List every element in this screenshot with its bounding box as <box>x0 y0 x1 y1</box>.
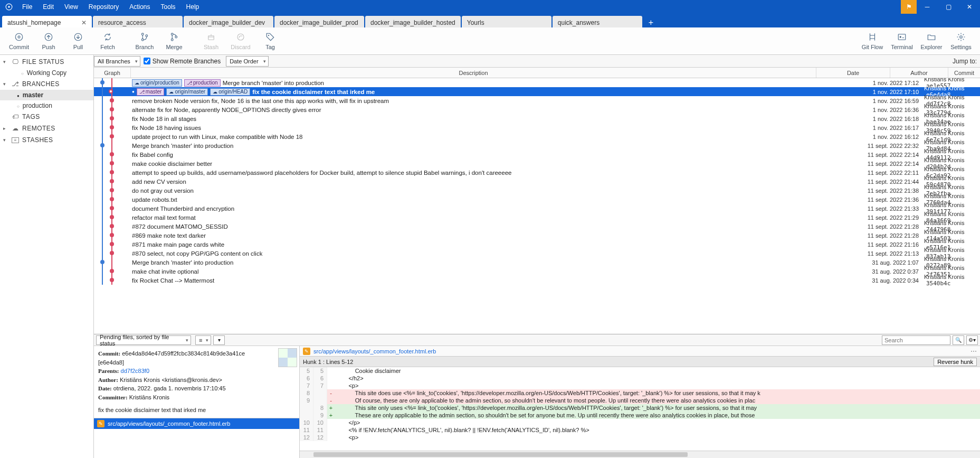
section-remotes[interactable]: ▸☁ REMOTES <box>0 123 93 134</box>
search-button[interactable]: 🔍 <box>953 335 964 345</box>
sidebar-branch-item[interactable]: master <box>0 90 93 100</box>
ref-badge[interactable]: ⎇master <box>137 88 165 96</box>
show-remote-checkbox[interactable]: Show Remote Branches <box>144 58 221 65</box>
diff-line[interactable]: 1010 </p> <box>300 419 980 426</box>
commit-row[interactable]: attempt to speed up builds, add username… <box>94 168 980 177</box>
commit-row[interactable]: #871 make main page cards white11 sept. … <box>94 240 980 249</box>
horizontal-scrollbar[interactable] <box>300 451 980 458</box>
file-view-dropdown[interactable]: ≡ <box>195 335 211 345</box>
commit-row[interactable]: fix Node 18 in all stages1 nov. 2022 16:… <box>94 114 980 123</box>
commit-row[interactable]: update project to run with Linux, make c… <box>94 132 980 141</box>
col-graph[interactable]: Graph <box>94 68 131 78</box>
commit-row[interactable]: alternate fix for Node, apparently NODE_… <box>94 105 980 114</box>
ref-badge[interactable]: ☁origin/HEAD <box>210 88 250 96</box>
sidebar-item-working-copy[interactable]: Working Copy <box>0 68 93 78</box>
parent-commit-link[interactable]: dd7f2c83f0 <box>121 368 149 374</box>
diff-line[interactable]: 1111 <% if !ENV.fetch('ANALYTICS_URL', n… <box>300 426 980 434</box>
commit-row[interactable]: make chat invite optional31 aug. 2022 0:… <box>94 267 980 276</box>
maximize-button[interactable]: ▢ <box>938 0 959 14</box>
repo-tab[interactable]: atsushi_homepage✕ <box>2 16 92 27</box>
commit-row[interactable]: remove broken Node version fix, Node 16 … <box>94 96 980 105</box>
commit-row[interactable]: refactor mail text format11 sept. 2022 2… <box>94 213 980 222</box>
col-date[interactable]: Date <box>816 68 890 78</box>
changed-file-row[interactable]: ✎ src/app/views/layouts/_common_footer.h… <box>94 418 299 429</box>
tag-button[interactable]: Tag <box>255 29 285 54</box>
fetch-button[interactable]: Fetch <box>93 29 122 54</box>
repo-tab[interactable]: docker_image_builder_hosted <box>365 16 461 27</box>
settings-button[interactable]: Settings <box>946 29 976 54</box>
menu-repository[interactable]: Repository <box>84 1 123 13</box>
stash-button: Stash <box>196 29 226 54</box>
ref-badge[interactable]: ⎇production <box>184 79 221 87</box>
repo-tab[interactable]: resource_access <box>93 16 183 27</box>
commit-row[interactable]: fix Rocket Chat --> Mattermost31 aug. 20… <box>94 276 980 285</box>
diff-line[interactable]: 55 Cookie disclaimer <box>300 367 980 375</box>
col-commit[interactable]: Commit <box>948 68 980 78</box>
commit-button[interactable]: Commit <box>4 29 34 54</box>
commit-row[interactable]: add new CV version11 sept. 2022 21:44Kri… <box>94 177 980 186</box>
diff-line[interactable]: 8+ This site only uses <%= link_to('cook… <box>300 404 980 412</box>
diff-line[interactable]: 1212 <p> <box>300 434 980 441</box>
close-tab-icon[interactable]: ✕ <box>81 19 87 26</box>
diff-line[interactable]: 8- This site does use <%= link_to('cooki… <box>300 389 980 397</box>
col-description[interactable]: Description <box>131 68 816 78</box>
close-button[interactable]: ✕ <box>959 0 980 14</box>
diff-line[interactable]: 77 <p> <box>300 382 980 389</box>
repo-tab[interactable]: Yourls <box>462 16 551 27</box>
sidebar-branch-item[interactable]: production <box>0 100 93 111</box>
commit-row[interactable]: fix Node 18 having issues1 nov. 2022 16:… <box>94 123 980 132</box>
diff-line[interactable]: 66 </h2> <box>300 375 980 382</box>
file-sort-dropdown[interactable]: Pending files, sorted by file status <box>96 335 191 345</box>
ref-badge[interactable]: ☁origin/master <box>166 88 208 96</box>
commit-row[interactable]: fix Babel config11 sept. 2022 22:14Krist… <box>94 150 980 159</box>
commit-row[interactable]: #872 document MATOMO_SESSID11 sept. 2022… <box>94 222 980 231</box>
notification-flag-icon[interactable]: ⚑ <box>901 0 917 14</box>
section-stashes[interactable]: ▾≡ STASHES <box>0 134 93 146</box>
add-tab-button[interactable]: + <box>643 18 659 27</box>
commit-row[interactable]: Merge branch 'master' into production11 … <box>94 141 980 150</box>
branch-button[interactable]: Branch <box>130 29 159 54</box>
diff-line[interactable]: 9+ These are only applicable to the admi… <box>300 412 980 419</box>
reverse-hunk-button[interactable]: Reverse hunk <box>934 358 977 366</box>
commit-row[interactable]: update robots.txt11 sept. 2022 21:36Kris… <box>94 195 980 204</box>
commit-row[interactable]: #870 select, not copy PGP/GPG content on… <box>94 249 980 258</box>
commit-row[interactable]: ●⎇master☁origin/master☁origin/HEADfix th… <box>94 87 980 96</box>
diff-file-path[interactable]: src/app/views/layouts/_common_footer.htm… <box>313 348 436 354</box>
diff-viewer[interactable]: 55 Cookie disclaimer66 </h2>77 <p>8- Thi… <box>300 367 980 451</box>
repo-tab[interactable]: docker_image_builder_prod <box>274 16 364 27</box>
menu-view[interactable]: View <box>60 1 82 13</box>
repo-tab[interactable]: docker_image_builder_dev <box>184 16 273 27</box>
menu-help[interactable]: Help <box>182 1 204 13</box>
section-file-status[interactable]: ▾🖵 FILE STATUS <box>0 56 93 68</box>
commit-row[interactable]: document Thunderbird and encryption11 se… <box>94 204 980 213</box>
diff-line[interactable]: 9- Of course, these are only applicable … <box>300 397 980 404</box>
minimize-button[interactable]: ─ <box>917 0 938 14</box>
explorer-button[interactable]: Explorer <box>917 29 946 54</box>
settings-dropdown-button[interactable]: ⚙▾ <box>966 335 978 345</box>
file-options-button[interactable]: ▾ <box>213 335 225 345</box>
repo-tab[interactable]: quick_answers <box>553 16 642 27</box>
commit-row[interactable]: do not gray out version11 sept. 2022 21:… <box>94 186 980 195</box>
section-tags[interactable]: 🏷 TAGS <box>0 111 93 123</box>
gitflow-button[interactable]: Git Flow <box>858 29 887 54</box>
commit-row[interactable]: ☁origin/production⎇productionMerge branc… <box>94 78 980 87</box>
commit-row[interactable]: #869 make note text darker11 sept. 2022 … <box>94 231 980 240</box>
pull-button[interactable]: Pull <box>63 29 93 54</box>
detail-search-input[interactable] <box>882 335 950 345</box>
terminal-button[interactable]: Terminal <box>887 29 917 54</box>
menu-tools[interactable]: Tools <box>157 1 180 13</box>
col-author[interactable]: Author <box>890 68 948 78</box>
menu-actions[interactable]: Actions <box>125 1 154 13</box>
commit-row[interactable]: Merge branch 'master' into production31 … <box>94 258 980 267</box>
section-branches[interactable]: ▾⎇ BRANCHES <box>0 78 93 90</box>
sort-order-dropdown[interactable]: Date Order <box>226 56 268 67</box>
commit-history-list[interactable]: ☁origin/production⎇productionMerge branc… <box>94 78 980 334</box>
commit-row[interactable]: make cookie disclaimer better11 sept. 20… <box>94 159 980 168</box>
merge-button[interactable]: Merge <box>159 29 189 54</box>
ref-badge[interactable]: ☁origin/production <box>132 79 182 87</box>
diff-options-button[interactable]: ⋯ <box>971 348 977 355</box>
menu-file[interactable]: File <box>18 1 36 13</box>
menu-edit[interactable]: Edit <box>39 1 58 13</box>
push-button[interactable]: Push <box>34 29 63 54</box>
branch-filter-dropdown[interactable]: All Branches <box>94 56 140 67</box>
